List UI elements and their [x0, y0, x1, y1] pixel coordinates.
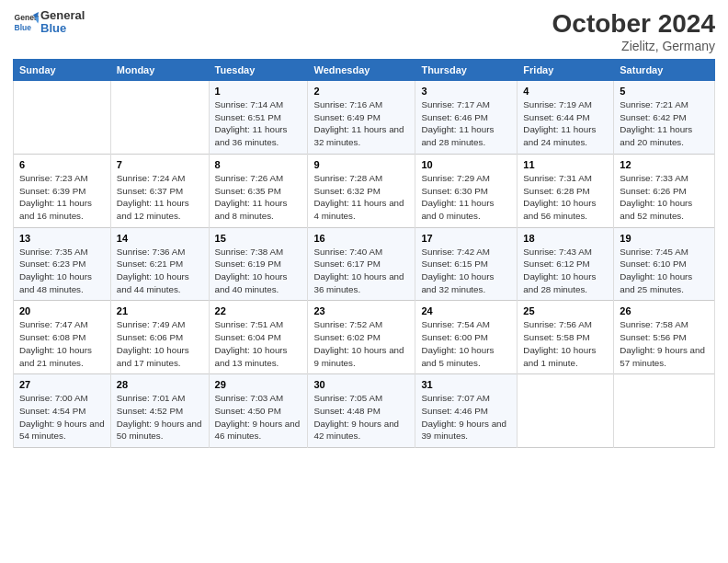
day-info: Sunrise: 7:56 AMSunset: 5:58 PMDaylight:… [523, 318, 608, 369]
day-number: 12 [620, 159, 709, 170]
day-number: 16 [313, 233, 409, 244]
day-info: Sunrise: 7:26 AMSunset: 6:35 PMDaylight:… [215, 172, 302, 223]
header-saturday: Saturday [614, 60, 715, 81]
calendar-cell-5-2: 28 Sunrise: 7:01 AMSunset: 4:52 PMDaylig… [110, 374, 209, 448]
day-number: 13 [19, 233, 105, 244]
calendar-cell-1-2 [110, 81, 209, 155]
calendar-cell-4-4: 23 Sunrise: 7:52 AMSunset: 6:02 PMDaylig… [308, 301, 415, 374]
day-number: 31 [421, 379, 511, 390]
header-tuesday: Tuesday [209, 60, 308, 81]
day-info: Sunrise: 7:42 AMSunset: 6:15 PMDaylight:… [421, 246, 511, 296]
day-number: 21 [117, 305, 203, 316]
day-info: Sunrise: 7:47 AMSunset: 6:08 PMDaylight:… [19, 318, 105, 369]
main-title: October 2024 [552, 9, 715, 39]
day-number: 27 [19, 379, 105, 390]
day-info: Sunrise: 7:21 AMSunset: 6:42 PMDaylight:… [620, 98, 709, 149]
day-info: Sunrise: 7:35 AMSunset: 6:23 PMDaylight:… [19, 246, 105, 296]
day-info: Sunrise: 7:00 AMSunset: 4:54 PMDaylight:… [19, 392, 105, 442]
calendar-cell-4-5: 24 Sunrise: 7:54 AMSunset: 6:00 PMDaylig… [415, 301, 518, 374]
title-block: October 2024 Zielitz, Germany [552, 9, 715, 53]
calendar-cell-2-5: 10 Sunrise: 7:29 AMSunset: 6:30 PMDaylig… [415, 154, 518, 227]
day-info: Sunrise: 7:58 AMSunset: 5:56 PMDaylight:… [620, 318, 709, 369]
day-number: 7 [117, 159, 203, 170]
day-number: 17 [421, 233, 511, 244]
calendar-cell-3-2: 14 Sunrise: 7:36 AMSunset: 6:21 PMDaylig… [110, 227, 209, 301]
day-number: 26 [620, 305, 709, 316]
day-info: Sunrise: 7:45 AMSunset: 6:10 PMDaylight:… [620, 246, 709, 296]
logo-icon: General Blue [13, 9, 39, 35]
calendar-cell-3-6: 18 Sunrise: 7:43 AMSunset: 6:12 PMDaylig… [518, 227, 614, 301]
calendar-week-4: 20 Sunrise: 7:47 AMSunset: 6:08 PMDaylig… [14, 301, 715, 374]
day-info: Sunrise: 7:38 AMSunset: 6:19 PMDaylight:… [215, 246, 302, 296]
calendar-week-1: 1 Sunrise: 7:14 AMSunset: 6:51 PMDayligh… [14, 81, 715, 155]
day-info: Sunrise: 7:17 AMSunset: 6:46 PMDaylight:… [421, 98, 511, 149]
calendar-cell-5-7 [614, 374, 715, 448]
calendar-cell-3-7: 19 Sunrise: 7:45 AMSunset: 6:10 PMDaylig… [614, 227, 715, 301]
day-number: 6 [19, 159, 105, 170]
day-info: Sunrise: 7:16 AMSunset: 6:49 PMDaylight:… [313, 98, 409, 149]
day-number: 5 [620, 86, 709, 97]
subtitle: Zielitz, Germany [552, 39, 715, 53]
day-number: 1 [215, 86, 302, 97]
day-number: 29 [215, 379, 302, 390]
day-number: 11 [523, 159, 608, 170]
day-number: 22 [215, 305, 302, 316]
calendar-week-2: 6 Sunrise: 7:23 AMSunset: 6:39 PMDayligh… [14, 154, 715, 227]
calendar-cell-1-5: 3 Sunrise: 7:17 AMSunset: 6:46 PMDayligh… [415, 81, 518, 155]
calendar-cell-4-3: 22 Sunrise: 7:51 AMSunset: 6:04 PMDaylig… [209, 301, 308, 374]
logo-text: General Blue [40, 9, 85, 36]
day-number: 25 [523, 305, 608, 316]
day-info: Sunrise: 7:28 AMSunset: 6:32 PMDaylight:… [313, 172, 409, 223]
day-number: 8 [215, 159, 302, 170]
calendar-cell-3-4: 16 Sunrise: 7:40 AMSunset: 6:17 PMDaylig… [308, 227, 415, 301]
day-info: Sunrise: 7:54 AMSunset: 6:00 PMDaylight:… [421, 318, 511, 369]
day-info: Sunrise: 7:29 AMSunset: 6:30 PMDaylight:… [421, 172, 511, 223]
calendar-cell-4-7: 26 Sunrise: 7:58 AMSunset: 5:56 PMDaylig… [614, 301, 715, 374]
header-monday: Monday [110, 60, 209, 81]
day-number: 15 [215, 233, 302, 244]
day-number: 14 [117, 233, 203, 244]
day-number: 2 [313, 86, 409, 97]
day-number: 23 [313, 305, 409, 316]
header-wednesday: Wednesday [308, 60, 415, 81]
day-info: Sunrise: 7:03 AMSunset: 4:50 PMDaylight:… [215, 392, 302, 442]
svg-text:Blue: Blue [15, 23, 32, 32]
day-number: 19 [620, 233, 709, 244]
calendar-table: Sunday Monday Tuesday Wednesday Thursday… [13, 59, 715, 448]
calendar-cell-4-6: 25 Sunrise: 7:56 AMSunset: 5:58 PMDaylig… [518, 301, 614, 374]
calendar-cell-5-4: 30 Sunrise: 7:05 AMSunset: 4:48 PMDaylig… [308, 374, 415, 448]
calendar-cell-5-5: 31 Sunrise: 7:07 AMSunset: 4:46 PMDaylig… [415, 374, 518, 448]
calendar-cell-2-6: 11 Sunrise: 7:31 AMSunset: 6:28 PMDaylig… [518, 154, 614, 227]
calendar-cell-2-7: 12 Sunrise: 7:33 AMSunset: 6:26 PMDaylig… [614, 154, 715, 227]
day-info: Sunrise: 7:40 AMSunset: 6:17 PMDaylight:… [313, 246, 409, 296]
calendar-cell-1-6: 4 Sunrise: 7:19 AMSunset: 6:44 PMDayligh… [518, 81, 614, 155]
calendar-cell-5-6 [518, 374, 614, 448]
day-number: 3 [421, 86, 511, 97]
day-number: 20 [19, 305, 105, 316]
header-thursday: Thursday [415, 60, 518, 81]
calendar-cell-1-4: 2 Sunrise: 7:16 AMSunset: 6:49 PMDayligh… [308, 81, 415, 155]
day-info: Sunrise: 7:07 AMSunset: 4:46 PMDaylight:… [421, 392, 511, 442]
day-info: Sunrise: 7:43 AMSunset: 6:12 PMDaylight:… [523, 246, 608, 296]
day-info: Sunrise: 7:14 AMSunset: 6:51 PMDaylight:… [215, 98, 302, 149]
day-info: Sunrise: 7:19 AMSunset: 6:44 PMDaylight:… [523, 98, 608, 149]
day-number: 30 [313, 379, 409, 390]
day-number: 4 [523, 86, 608, 97]
calendar-cell-3-3: 15 Sunrise: 7:38 AMSunset: 6:19 PMDaylig… [209, 227, 308, 301]
day-number: 9 [313, 159, 409, 170]
calendar-cell-1-7: 5 Sunrise: 7:21 AMSunset: 6:42 PMDayligh… [614, 81, 715, 155]
day-info: Sunrise: 7:52 AMSunset: 6:02 PMDaylight:… [313, 318, 409, 369]
day-info: Sunrise: 7:36 AMSunset: 6:21 PMDaylight:… [117, 246, 203, 296]
day-info: Sunrise: 7:33 AMSunset: 6:26 PMDaylight:… [620, 172, 709, 223]
calendar-header: Sunday Monday Tuesday Wednesday Thursday… [14, 60, 715, 81]
header-row: Sunday Monday Tuesday Wednesday Thursday… [14, 60, 715, 81]
page: General Blue General Blue October 2024 Z… [0, 0, 728, 563]
day-number: 18 [523, 233, 608, 244]
calendar-week-3: 13 Sunrise: 7:35 AMSunset: 6:23 PMDaylig… [14, 227, 715, 301]
logo: General Blue General Blue [13, 9, 85, 36]
header-sunday: Sunday [14, 60, 111, 81]
day-info: Sunrise: 7:05 AMSunset: 4:48 PMDaylight:… [313, 392, 409, 442]
calendar-cell-5-3: 29 Sunrise: 7:03 AMSunset: 4:50 PMDaylig… [209, 374, 308, 448]
calendar-cell-2-4: 9 Sunrise: 7:28 AMSunset: 6:32 PMDayligh… [308, 154, 415, 227]
calendar-cell-2-2: 7 Sunrise: 7:24 AMSunset: 6:37 PMDayligh… [110, 154, 209, 227]
